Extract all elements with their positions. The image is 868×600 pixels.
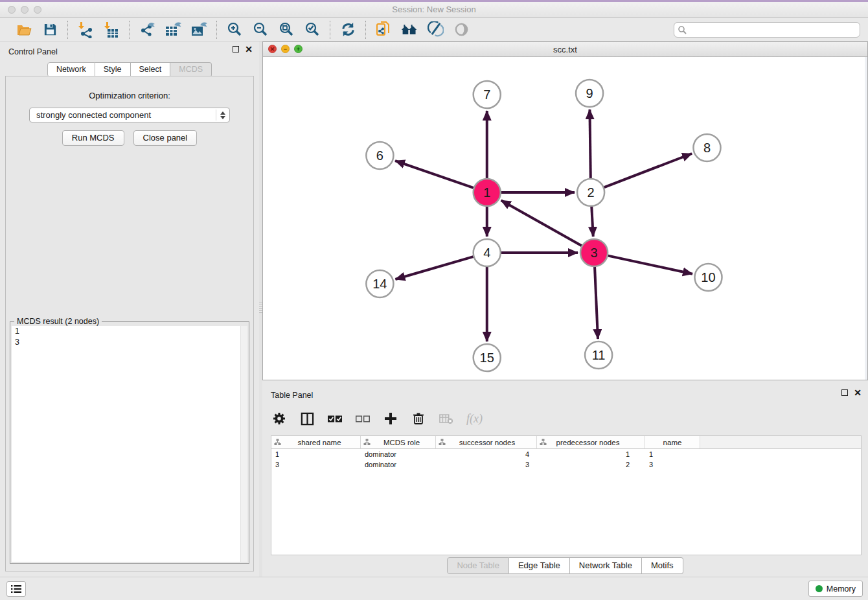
select-all-icon[interactable] (327, 411, 343, 426)
cell-successor-nodes[interactable]: 4 (436, 450, 537, 458)
cell-shared-name[interactable]: 3 (271, 461, 361, 468)
svg-text:4: 4 (483, 246, 490, 260)
graph-node-1[interactable]: 1 (474, 179, 501, 206)
table-row[interactable]: 1 dominator 4 1 1 (271, 449, 861, 459)
svg-text:3: 3 (591, 246, 598, 260)
zoom-out-icon[interactable] (252, 21, 269, 38)
tab-style[interactable]: Style (95, 62, 131, 77)
edge-3-11[interactable] (595, 267, 598, 339)
cell-mcds-role[interactable]: dominator (361, 461, 436, 468)
home-icon[interactable] (401, 21, 418, 38)
svg-text:14: 14 (372, 277, 387, 291)
delete-column-icon[interactable] (411, 411, 426, 426)
close-panel-button[interactable]: Close panel (133, 130, 198, 146)
cell-shared-name[interactable]: 1 (271, 450, 361, 458)
graph-node-11[interactable]: 11 (585, 341, 612, 369)
result-scrollbar[interactable] (240, 326, 247, 562)
graph-node-15[interactable]: 15 (474, 344, 501, 371)
save-session-icon[interactable] (41, 21, 58, 38)
graph-node-3[interactable]: 3 (580, 239, 608, 266)
column-header-successor-nodes[interactable]: successor nodes (436, 436, 537, 448)
graph-node-8[interactable]: 8 (693, 134, 720, 161)
search-input[interactable] (674, 22, 860, 38)
close-panel-icon[interactable]: ✕ (245, 46, 253, 52)
search-icon (678, 25, 687, 36)
mcds-result-title: MCDS result (2 nodes) (14, 317, 102, 326)
zoom-selected-icon[interactable] (304, 21, 321, 38)
export-network-icon[interactable] (139, 21, 155, 38)
cell-name[interactable]: 1 (645, 450, 700, 458)
titlebar: Session: New Session (0, 0, 868, 18)
graph-node-6[interactable]: 6 (366, 142, 393, 169)
mcds-result-group: MCDS result (2 nodes) 1 3 (10, 321, 249, 564)
edge-2-9[interactable] (589, 110, 590, 178)
application-window: Session: New Session (0, 0, 868, 600)
svg-text:6: 6 (376, 148, 383, 163)
edge-3-10[interactable] (608, 256, 692, 274)
refresh-icon[interactable] (339, 21, 356, 38)
run-mcds-button[interactable]: Run MCDS (62, 130, 124, 146)
deselect-all-icon[interactable] (355, 411, 371, 426)
graph-node-7[interactable]: 7 (474, 81, 501, 108)
svg-text:2: 2 (588, 185, 595, 200)
network-canvas[interactable]: 7968124314101511 (263, 57, 867, 380)
column-header-predecessor-nodes[interactable]: predecessor nodes (537, 436, 645, 448)
export-table-icon[interactable] (165, 21, 181, 38)
sort-hierarchy-icon (274, 439, 281, 446)
tab-mcds[interactable]: MCDS (170, 62, 212, 77)
show-columns-icon[interactable] (299, 411, 315, 426)
canvas-scroll-strip[interactable] (865, 57, 867, 380)
edge-1-6[interactable] (395, 161, 474, 188)
edge-4-14[interactable] (395, 257, 473, 279)
column-header-shared-name[interactable]: shared name (271, 436, 361, 448)
mcds-result-textarea[interactable]: 1 3 (12, 326, 247, 562)
graph-node-10[interactable]: 10 (694, 264, 722, 291)
node-table[interactable]: shared name MCDS role successor nodes pr… (271, 435, 862, 555)
tab-motifs[interactable]: Motifs (642, 557, 683, 574)
edge-3-1[interactable] (501, 200, 582, 246)
float-panel-icon[interactable] (233, 46, 239, 52)
svg-text:9: 9 (586, 86, 593, 100)
network-window-titlebar[interactable]: ✕ − + scc.txt (263, 42, 867, 57)
task-history-button[interactable] (6, 581, 26, 597)
cell-mcds-role[interactable]: dominator (361, 450, 436, 458)
table-row[interactable]: 3 dominator 3 2 3 (271, 459, 861, 470)
close-table-panel-icon[interactable]: ✕ (854, 389, 862, 396)
memory-button[interactable]: Memory (808, 581, 863, 597)
open-session-icon[interactable] (16, 21, 32, 38)
header-filler (700, 436, 861, 448)
edge-2-8[interactable] (604, 154, 692, 187)
zoom-fit-icon[interactable] (278, 21, 295, 38)
add-column-icon[interactable] (383, 411, 398, 426)
graph-node-14[interactable]: 14 (366, 270, 393, 297)
import-table-icon[interactable] (103, 21, 120, 38)
zoom-in-icon[interactable] (226, 21, 243, 38)
criterion-dropdown[interactable]: strongly connected component (29, 108, 230, 122)
graph-node-2[interactable]: 2 (577, 179, 604, 206)
tab-select[interactable]: Select (131, 62, 171, 77)
cell-successor-nodes[interactable]: 3 (436, 461, 537, 468)
clone-network-icon[interactable] (375, 21, 392, 38)
table-settings-gear-icon[interactable] (271, 411, 287, 426)
tab-network-table[interactable]: Network Table (570, 557, 642, 574)
graph-node-4[interactable]: 4 (474, 239, 501, 266)
tab-network[interactable]: Network (47, 62, 95, 77)
column-header-name[interactable]: name (645, 436, 700, 448)
show-hide-icon[interactable] (453, 21, 470, 38)
cell-name[interactable]: 3 (645, 461, 700, 468)
apply-style-icon[interactable] (427, 21, 444, 38)
import-network-icon[interactable] (77, 21, 94, 38)
edge-2-3[interactable] (591, 207, 593, 237)
cell-predecessor-nodes[interactable]: 2 (537, 461, 645, 468)
graph-node-9[interactable]: 9 (576, 80, 603, 107)
list-icon (10, 584, 22, 594)
cell-predecessor-nodes[interactable]: 1 (537, 450, 645, 458)
criterion-dropdown-value: strongly connected component (36, 110, 216, 120)
column-header-mcds-role[interactable]: MCDS role (361, 436, 436, 448)
mcds-result-line: 3 (12, 337, 247, 348)
tab-node-table[interactable]: Node Table (447, 557, 509, 574)
float-table-panel-icon[interactable] (841, 389, 848, 396)
export-image-icon[interactable] (190, 21, 207, 38)
tab-edge-table[interactable]: Edge Table (509, 557, 570, 574)
svg-text:7: 7 (483, 87, 490, 102)
